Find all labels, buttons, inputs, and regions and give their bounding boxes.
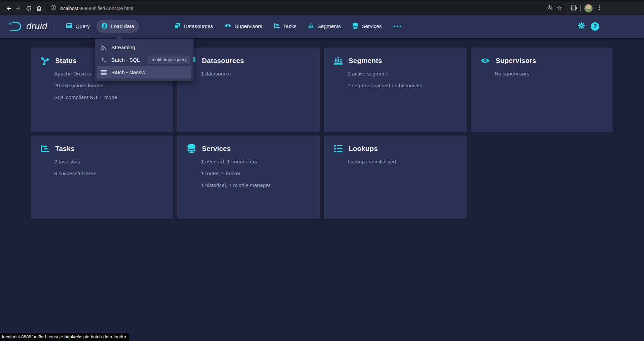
card-header: Services bbox=[177, 135, 320, 153]
browser-toolbar: localhost:8888/unified-console.html ☆ bbox=[0, 2, 644, 14]
extensions-icon[interactable] bbox=[570, 4, 577, 12]
reload-icon[interactable] bbox=[24, 3, 34, 13]
card-line: SQL compliant NULL mode bbox=[54, 94, 165, 101]
datasources-icon bbox=[174, 23, 180, 30]
bar-chart-icon bbox=[333, 56, 343, 65]
menu-item-label: Streaming bbox=[111, 44, 135, 51]
card-lines: Lookups uninitialized bbox=[324, 153, 467, 165]
nav-label: Segments bbox=[317, 23, 341, 29]
services-icon bbox=[352, 23, 358, 30]
card-lines: 1 datasource bbox=[177, 65, 320, 77]
eye-icon bbox=[480, 56, 490, 65]
nav-more[interactable] bbox=[388, 20, 406, 33]
datasources-card[interactable]: Datasources 1 datasource bbox=[177, 48, 320, 132]
card-header: Supervisors bbox=[471, 48, 613, 65]
upload-icon bbox=[101, 23, 108, 30]
kebab-menu-icon[interactable] bbox=[596, 5, 602, 12]
url-text[interactable]: localhost:8888/unified-console.html bbox=[60, 6, 133, 11]
card-line: 1 router, 1 broker bbox=[201, 170, 312, 177]
list-icon bbox=[333, 144, 343, 153]
url-host: localhost bbox=[60, 6, 78, 11]
back-icon[interactable] bbox=[3, 3, 13, 13]
card-lines: 1 overlord, 1 coordinator 1 router, 1 br… bbox=[177, 153, 320, 189]
eye-icon bbox=[224, 23, 231, 29]
forward-icon[interactable] bbox=[13, 3, 24, 13]
card-line: 1 segment cached on historicals bbox=[348, 82, 459, 89]
menu-item-batch-classic[interactable]: Batch - classic bbox=[97, 66, 191, 79]
nav-label: Datasources bbox=[184, 23, 213, 29]
card-line: Lookups uninitialized bbox=[348, 158, 459, 165]
services-card[interactable]: Services 1 overlord, 1 coordinator 1 rou… bbox=[177, 135, 320, 219]
druid-logo[interactable]: druid bbox=[9, 21, 47, 32]
supervisors-card[interactable]: Supervisors No supervisors bbox=[471, 48, 613, 132]
menu-item-label: Batch - classic bbox=[111, 69, 145, 75]
card-title: Status bbox=[55, 57, 77, 65]
query-icon bbox=[66, 23, 72, 30]
card-header: Datasources bbox=[177, 48, 320, 65]
card-line: 2 task slots bbox=[54, 158, 165, 165]
msq-badge: multi-stage-query bbox=[148, 56, 190, 64]
card-header: Lookups bbox=[324, 135, 467, 153]
navbar-right: ? bbox=[577, 14, 599, 38]
card-line: 1 datasource bbox=[201, 70, 312, 77]
address-bar[interactable]: localhost:8888/unified-console.html ☆ bbox=[46, 4, 566, 13]
streaming-icon bbox=[100, 44, 107, 51]
card-line: No supervisors bbox=[495, 70, 605, 77]
druid-logo-icon bbox=[9, 21, 23, 32]
card-title: Tasks bbox=[55, 145, 75, 153]
card-line: 1 active segment bbox=[348, 70, 459, 77]
gear-icon[interactable] bbox=[577, 22, 585, 31]
toolbar-separator bbox=[580, 5, 581, 11]
card-line: 1 historical, 1 middle manager bbox=[201, 182, 312, 189]
fork-icon bbox=[40, 56, 49, 65]
bookmark-star-icon[interactable]: ☆ bbox=[557, 5, 562, 11]
sparkles-icon bbox=[100, 57, 107, 63]
zoom-icon[interactable] bbox=[547, 5, 553, 12]
nav-segments[interactable]: Segments bbox=[303, 20, 346, 33]
menu-item-label: Batch - SQL bbox=[111, 57, 140, 63]
nav-separator bbox=[144, 21, 144, 31]
nav-tasks[interactable]: Tasks bbox=[269, 20, 301, 33]
card-header: Tasks bbox=[31, 135, 173, 153]
nav-label: Supervisors bbox=[235, 23, 262, 29]
brand-text: druid bbox=[26, 21, 47, 32]
card-title: Services bbox=[202, 145, 231, 153]
druid-navbar: druid Query Load data Datasources Superv… bbox=[0, 14, 644, 38]
card-lines: 2 task slots 3 successful tasks bbox=[31, 153, 173, 177]
more-icon bbox=[393, 25, 402, 28]
card-header: Segments bbox=[324, 48, 467, 65]
nav-query[interactable]: Query bbox=[61, 20, 95, 33]
card-title: Datasources bbox=[202, 57, 244, 65]
card-title: Supervisors bbox=[496, 57, 536, 65]
segments-card[interactable]: Segments 1 active segment 1 segment cach… bbox=[324, 48, 467, 132]
home-icon[interactable] bbox=[34, 3, 44, 13]
menu-lines-icon bbox=[100, 70, 107, 75]
nav-label: Tasks bbox=[283, 23, 297, 29]
browser-toolbar-right bbox=[570, 4, 602, 13]
database-icon bbox=[187, 144, 196, 153]
url-path: :8888/unified-console.html bbox=[78, 6, 133, 11]
segments-icon bbox=[308, 23, 314, 30]
nav-separator bbox=[54, 21, 55, 31]
card-lines: 1 active segment 1 segment cached on his… bbox=[324, 65, 467, 89]
load-data-menu: Streaming Batch - SQL multi-stage-query … bbox=[95, 39, 193, 81]
tasks-card[interactable]: Tasks 2 task slots 3 successful tasks bbox=[31, 135, 173, 219]
nav-datasources[interactable]: Datasources bbox=[170, 20, 218, 33]
nav-services[interactable]: Services bbox=[348, 20, 386, 33]
card-line: 1 overlord, 1 coordinator bbox=[201, 158, 312, 165]
info-icon[interactable] bbox=[50, 5, 56, 12]
card-line: 20 extensions loaded bbox=[54, 82, 165, 89]
lookups-card[interactable]: Lookups Lookups uninitialized bbox=[324, 135, 467, 219]
nav-supervisors[interactable]: Supervisors bbox=[220, 20, 267, 33]
card-lines: No supervisors bbox=[471, 65, 613, 77]
tasks-icon bbox=[274, 23, 280, 30]
menu-item-batch-sql[interactable]: Batch - SQL multi-stage-query bbox=[97, 54, 191, 66]
menu-item-streaming[interactable]: Streaming bbox=[97, 41, 191, 54]
home-view: Status Apache Druid is 20 extensions loa… bbox=[0, 38, 644, 341]
help-icon[interactable]: ? bbox=[591, 22, 599, 31]
window-top-strip bbox=[0, 0, 644, 2]
avatar[interactable] bbox=[584, 4, 593, 13]
card-title: Segments bbox=[349, 57, 382, 65]
gantt-icon bbox=[40, 144, 49, 153]
nav-load-data[interactable]: Load data bbox=[97, 20, 139, 33]
